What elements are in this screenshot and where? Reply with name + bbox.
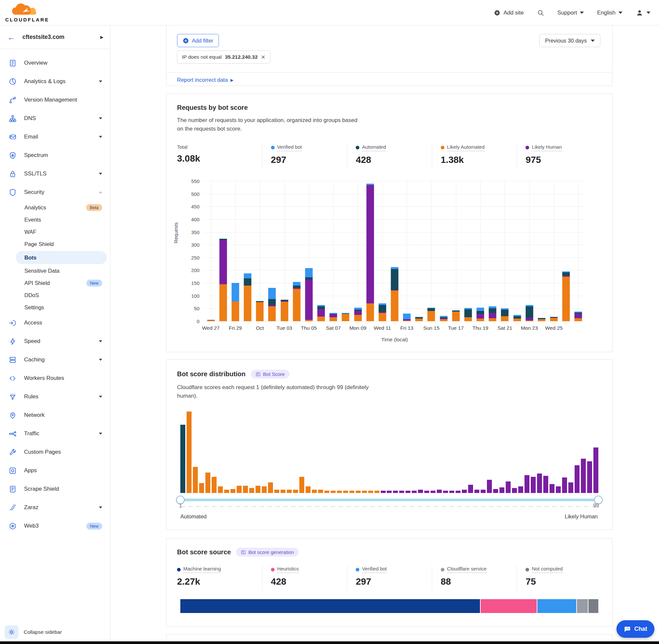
chat-button[interactable]: Chat (616, 620, 654, 638)
account-menu[interactable] (636, 9, 651, 17)
histogram-bar-likely-human (443, 491, 448, 493)
stat-label[interactable]: Cloudflare service (447, 566, 487, 573)
stacked-bar[interactable] (562, 271, 570, 321)
sidebar-item-page-shield[interactable]: Page Shield (0, 238, 110, 250)
sidebar-item-version-management[interactable]: Version Management (0, 91, 110, 109)
stacked-bar[interactable] (342, 313, 349, 321)
stacked-bar[interactable] (330, 313, 337, 321)
sidebar-item-analytics-logs[interactable]: Analytics & Logs (0, 72, 110, 91)
sidebar-item-caching[interactable]: Caching (0, 350, 110, 369)
stacked-bar[interactable] (207, 320, 215, 321)
add-site-label: Add site (503, 9, 523, 16)
stat-label[interactable]: Not computed (532, 566, 562, 573)
back-arrow-icon[interactable]: ← (7, 33, 15, 41)
add-site-button[interactable]: Add site (494, 9, 523, 16)
settings-gear-button[interactable] (5, 625, 19, 639)
sidebar-item-zaraz[interactable]: Zaraz (0, 498, 110, 517)
stat-label[interactable]: Likely Human (532, 144, 562, 151)
stacked-bar[interactable] (256, 301, 264, 321)
sidebar-item-custom-pages[interactable]: Custom Pages (0, 443, 110, 461)
sidebar-item-spectrum[interactable]: Spectrum (0, 146, 110, 164)
logo-text: CLOUDFLARE (5, 17, 45, 22)
stacked-bar[interactable] (415, 317, 423, 321)
stacked-bar[interactable] (378, 303, 386, 321)
stat-label[interactable]: Verified bot (277, 144, 302, 151)
sidebar-item-security[interactable]: Security (0, 183, 110, 202)
chevron-right-icon[interactable]: ▶ (100, 34, 103, 40)
histogram-bar-likely-human (474, 490, 479, 493)
sidebar-item-events[interactable]: Events (0, 214, 110, 226)
stat-total: Total3.08k (177, 143, 262, 168)
stacked-bar[interactable] (428, 308, 435, 321)
stat-label[interactable]: Verified bot (362, 566, 387, 573)
sidebar-item-analytics[interactable]: AnalyticsBeta (0, 202, 110, 214)
sidebar-item-overview[interactable]: Overview (0, 54, 110, 72)
login-icon (8, 319, 17, 327)
stacked-bar[interactable] (281, 300, 288, 321)
stacked-bar[interactable] (268, 288, 276, 321)
sidebar-item-scrape-shield[interactable]: Scrape Shield (0, 480, 110, 498)
sidebar-item-ddos[interactable]: DDoS (0, 289, 110, 301)
stacked-bar[interactable] (477, 308, 484, 321)
search-button[interactable] (537, 9, 544, 17)
stat-label[interactable]: Heuristics (277, 566, 299, 573)
remove-filter-icon[interactable]: ✕ (261, 54, 265, 60)
stacked-bar[interactable] (525, 305, 533, 321)
sidebar-item-workers-routes[interactable]: Workers Routes (0, 369, 110, 388)
stat-label[interactable]: Machine learning (183, 566, 221, 573)
sidebar-item-access[interactable]: Access (0, 314, 110, 332)
sidebar-item-email[interactable]: Email (0, 128, 110, 146)
stacked-bar[interactable] (231, 283, 239, 321)
stacked-bar[interactable] (403, 314, 411, 321)
stat-label[interactable]: Likely Automated (447, 144, 485, 151)
report-incorrect-data-link[interactable]: Report incorrect data ▶ (177, 77, 233, 83)
sidebar-item-traffic[interactable]: Traffic (0, 424, 110, 443)
collapse-sidebar-label[interactable]: Collapse sidebar (24, 629, 62, 635)
date-range-select[interactable]: Previous 30 days (539, 34, 600, 47)
distribution-histogram[interactable] (180, 412, 598, 493)
sidebar-item-label: Speed (24, 338, 96, 345)
stacked-bar[interactable] (305, 268, 312, 321)
sidebar-item-api-shield[interactable]: API ShieldNew (0, 277, 110, 289)
stacked-bar[interactable] (452, 310, 460, 321)
filter-chip[interactable]: IP does not equal 35.212.240.32 ✕ (177, 50, 270, 64)
stacked-bar[interactable] (219, 239, 227, 321)
bar-segment-likely-automated (538, 319, 545, 321)
sidebar-item-waf[interactable]: WAF (0, 226, 110, 238)
stacked-bar[interactable] (317, 305, 325, 321)
bot-score-generation-badge[interactable]: Bot score generation (236, 548, 298, 557)
stat-label[interactable]: Automated (362, 144, 386, 151)
sidebar-item-bots[interactable]: Bots (16, 251, 107, 264)
bar-segment-likely-automated (452, 312, 460, 321)
support-menu[interactable]: Support (558, 9, 584, 16)
sidebar-item-rules[interactable]: Rules (0, 388, 110, 406)
sidebar-item-dns[interactable]: DNS (0, 109, 110, 128)
stacked-bar[interactable] (244, 273, 252, 321)
stacked-bar[interactable] (513, 315, 521, 321)
stacked-bar[interactable] (464, 308, 472, 321)
language-menu[interactable]: English (597, 9, 622, 16)
stacked-bar[interactable] (574, 312, 582, 321)
stacked-bar[interactable] (501, 308, 509, 321)
add-filter-button[interactable]: Add filter (177, 34, 219, 47)
sidebar-item-settings[interactable]: Settings (0, 301, 110, 314)
sidebar-item-network[interactable]: Network (0, 406, 110, 424)
gridline (407, 181, 407, 321)
bot-score-badge[interactable]: Bot Score (251, 370, 289, 378)
score-range-slider[interactable] (180, 499, 598, 501)
stacked-bar[interactable] (489, 306, 496, 321)
stacked-bar[interactable] (440, 316, 447, 321)
sidebar-item-sensitive-data[interactable]: Sensitive Data (0, 265, 110, 277)
stacked-bar[interactable] (391, 267, 399, 321)
sidebar-item-ssl-tls[interactable]: SSL/TLS (0, 164, 110, 183)
sidebar-item-apps[interactable]: Apps (0, 461, 110, 480)
stacked-bar[interactable] (293, 282, 300, 321)
sidebar-item-web3[interactable]: Web3New (0, 517, 110, 535)
stacked-bar[interactable] (538, 318, 545, 321)
requests-chart-plot[interactable]: 050100150200250300350400450500550 (205, 181, 585, 321)
stacked-bar[interactable] (366, 184, 374, 321)
sidebar-item-speed[interactable]: Speed (0, 332, 110, 350)
stacked-bar[interactable] (354, 308, 362, 321)
stacked-bar[interactable] (550, 317, 558, 321)
cloudflare-logo[interactable]: CLOUDFLARE (5, 1, 45, 22)
